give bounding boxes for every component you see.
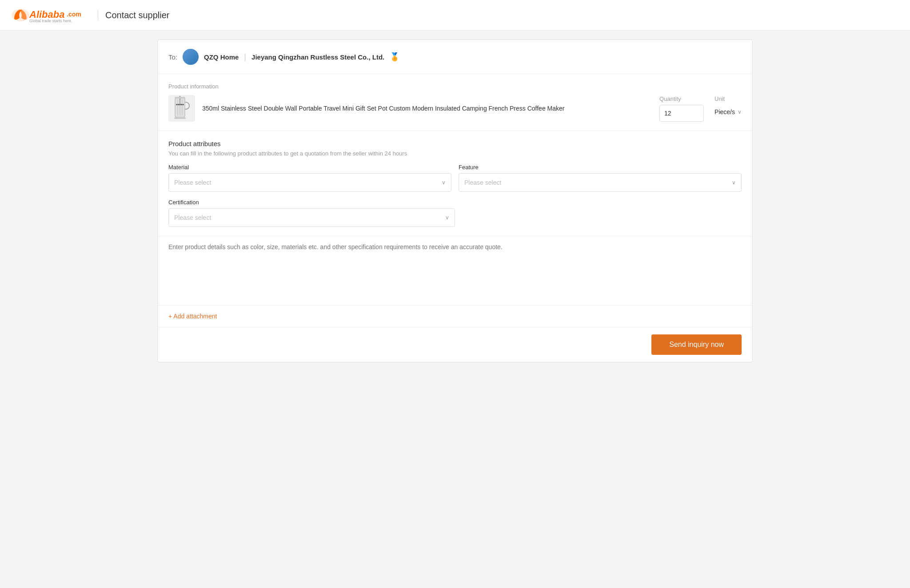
feature-placeholder: Please select <box>464 179 501 186</box>
product-row: 350ml Stainless Steel Double Wall Portab… <box>168 95 742 122</box>
header-divider <box>98 10 98 20</box>
unit-col: Unit Piece/s ∨ <box>714 95 742 119</box>
product-attributes-section: Product attributes You can fill in the f… <box>158 131 752 236</box>
product-title: 350ml Stainless Steel Double Wall Portab… <box>202 104 564 113</box>
attributes-title: Product attributes <box>168 140 742 147</box>
unit-value: Piece/s <box>714 108 735 115</box>
supplier-store-name[interactable]: QZQ Home <box>204 53 239 61</box>
certification-chevron-icon: ∨ <box>445 215 449 221</box>
attributes-grid: Material Please select ∨ Feature Please … <box>168 164 742 192</box>
page-header: Alibaba .com Global trade starts here. C… <box>0 0 910 31</box>
message-textarea[interactable] <box>168 243 742 297</box>
unit-label: Unit <box>714 95 742 102</box>
unit-chevron-icon: ∨ <box>738 109 742 115</box>
qty-col: Quantity <box>659 95 704 122</box>
feature-chevron-icon: ∨ <box>732 179 736 186</box>
product-info-section: Product information <box>158 74 752 131</box>
qty-unit-headers: Quantity Unit Piece/s ∨ <box>659 95 742 122</box>
feature-label: Feature <box>459 164 742 171</box>
product-info-label: Product information <box>168 83 742 90</box>
message-section <box>158 236 752 306</box>
certification-select[interactable]: Please select ∨ <box>168 208 455 227</box>
to-label: To: <box>168 53 177 61</box>
material-select[interactable]: Please select ∨ <box>168 173 451 192</box>
pipe-divider: | <box>244 52 246 62</box>
alibaba-logo[interactable]: Alibaba .com Global trade starts here. <box>11 5 91 25</box>
main-content: To: QZQ Home | Jieyang Qingzhan Rustless… <box>148 40 762 362</box>
attributes-subtitle: You can fill in the following product at… <box>168 150 742 157</box>
page-title: Contact supplier <box>105 10 170 20</box>
certification-label: Certification <box>168 199 455 206</box>
contact-form-card: To: QZQ Home | Jieyang Qingzhan Rustless… <box>157 40 753 362</box>
footer-section: Send inquiry now <box>158 327 752 362</box>
product-image-svg <box>171 96 193 121</box>
feature-select[interactable]: Please select ∨ <box>459 173 742 192</box>
avatar <box>183 49 199 65</box>
certification-field: Certification Please select ∨ <box>168 199 455 227</box>
svg-text:.com: .com <box>67 11 81 18</box>
company-name[interactable]: Jieyang Qingzhan Rustless Steel Co., Ltd… <box>251 53 384 61</box>
attachment-section: + Add attachment <box>158 306 752 327</box>
feature-field: Feature Please select ∨ <box>459 164 742 192</box>
material-field: Material Please select ∨ <box>168 164 451 192</box>
product-image <box>168 95 195 122</box>
product-right: Quantity Unit Piece/s ∨ <box>659 95 742 122</box>
svg-rect-10 <box>174 117 186 119</box>
add-attachment-button[interactable]: + Add attachment <box>168 313 217 320</box>
svg-text:Global trade starts here.: Global trade starts here. <box>29 19 72 23</box>
send-inquiry-button[interactable]: Send inquiry now <box>651 334 742 355</box>
svg-rect-11 <box>175 97 185 99</box>
material-chevron-icon: ∨ <box>442 179 446 186</box>
product-left: 350ml Stainless Steel Double Wall Portab… <box>168 95 642 122</box>
trust-badge-icon: 🏅 <box>390 52 399 62</box>
avatar-image <box>183 49 199 65</box>
to-section: To: QZQ Home | Jieyang Qingzhan Rustless… <box>158 40 752 74</box>
certification-placeholder: Please select <box>174 214 211 221</box>
material-label: Material <box>168 164 451 171</box>
quantity-input[interactable] <box>659 105 704 122</box>
quantity-label: Quantity <box>659 95 704 102</box>
material-placeholder: Please select <box>174 179 211 186</box>
unit-select[interactable]: Piece/s ∨ <box>714 105 742 119</box>
logo-svg: Alibaba .com Global trade starts here. <box>11 5 91 25</box>
